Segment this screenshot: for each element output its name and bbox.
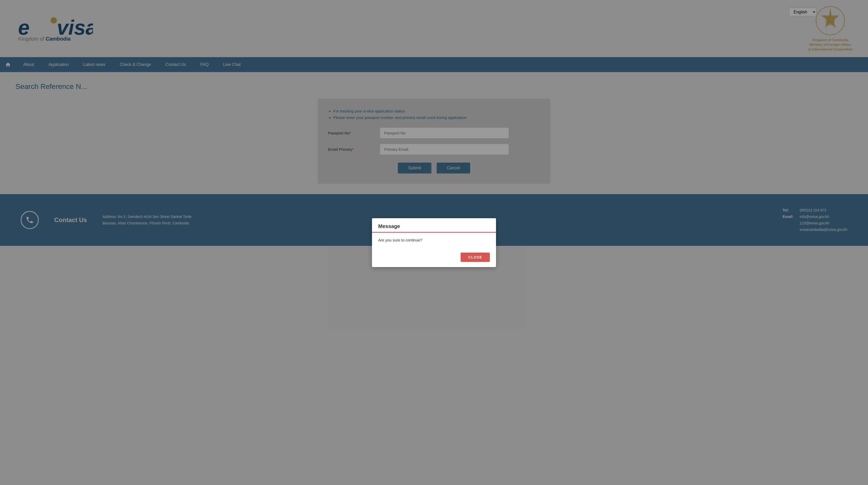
modal-body: Are you sure to continue?	[372, 233, 496, 250]
modal-footer: CLOSE	[372, 250, 496, 267]
modal-header: Message	[372, 218, 496, 233]
modal-close-button[interactable]: CLOSE	[461, 253, 490, 262]
modal-message: Are you sure to continue?	[378, 238, 490, 242]
modal-overlay[interactable]: Message Are you sure to continue? CLOSE	[0, 0, 868, 485]
modal-title: Message	[378, 223, 400, 229]
modal-dialog: Message Are you sure to continue? CLOSE	[372, 218, 496, 267]
